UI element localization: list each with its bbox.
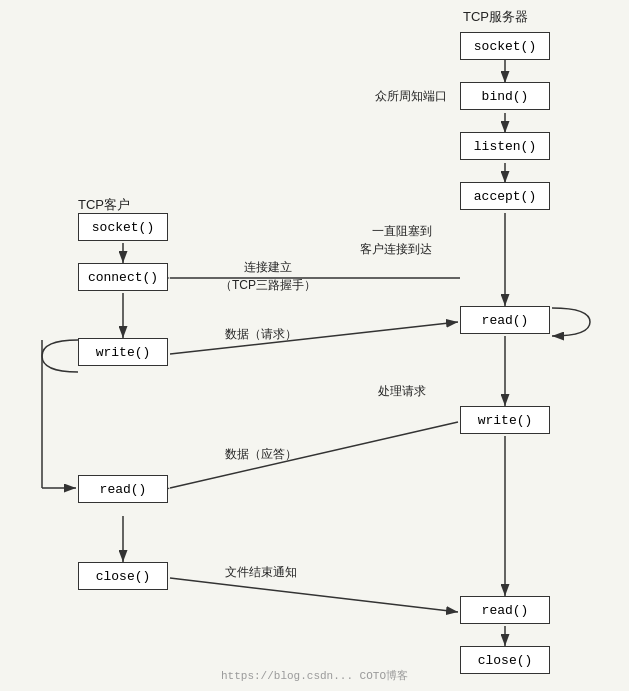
diagram: TCP服务器 socket() bind() listen() accept()…: [0, 0, 629, 691]
process-label: 处理请求: [378, 383, 426, 400]
svg-line-16: [170, 422, 458, 488]
data-resp-label: 数据（应答）: [225, 446, 297, 463]
connect-label: 连接建立 （TCP三路握手）: [220, 258, 316, 294]
server-title: TCP服务器: [463, 8, 528, 26]
data-req-label: 数据（请求）: [225, 326, 297, 343]
client-connect-box: connect(): [78, 263, 168, 291]
watermark: https://blog.csdn... COTO博客: [221, 668, 408, 683]
wellknown-port-label: 众所周知端口: [375, 88, 447, 105]
server-write-box: write(): [460, 406, 550, 434]
client-title: TCP客户: [78, 196, 130, 214]
server-close-box: close(): [460, 646, 550, 674]
svg-line-17: [170, 578, 458, 612]
client-write-box: write(): [78, 338, 168, 366]
client-socket-box: socket(): [78, 213, 168, 241]
server-listen-box: listen(): [460, 132, 550, 160]
client-read-box: read(): [78, 475, 168, 503]
block-label: 一直阻塞到 客户连接到达: [360, 222, 432, 258]
client-close-box: close(): [78, 562, 168, 590]
file-end-label: 文件结束通知: [225, 564, 297, 581]
server-read1-box: read(): [460, 306, 550, 334]
server-accept-box: accept(): [460, 182, 550, 210]
svg-line-15: [170, 322, 458, 354]
server-read2-box: read(): [460, 596, 550, 624]
server-socket-box: socket(): [460, 32, 550, 60]
server-bind-box: bind(): [460, 82, 550, 110]
